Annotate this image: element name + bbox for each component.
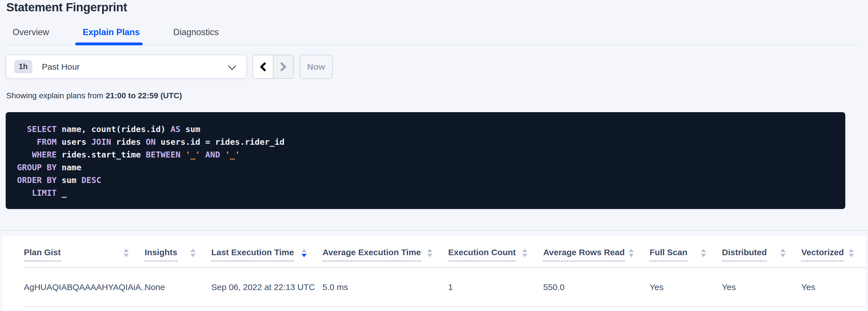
column-header-full-scan[interactable]: Full Scan xyxy=(650,247,722,262)
table-row[interactable]: AgHUAQIABQAAAAHYAQIAiA...NoneSep 06, 202… xyxy=(24,268,866,307)
chevron-left-icon xyxy=(260,62,270,72)
now-button[interactable]: Now xyxy=(300,55,333,79)
summary-range: 21:00 to 22:59 (UTC) xyxy=(105,91,182,100)
column-label: Plan Gist xyxy=(24,247,61,262)
time-pager xyxy=(252,55,294,79)
chevron-down-icon xyxy=(228,62,236,70)
column-label: Insights xyxy=(145,247,177,262)
sort-arrows-icon[interactable] xyxy=(701,249,706,257)
tab-explain-plans[interactable]: Explain Plans xyxy=(83,27,140,45)
plans-table-card: Plan GistInsightsLast Execution TimeAver… xyxy=(2,236,866,311)
column-label: Vectorized xyxy=(801,247,844,262)
table-header-row: Plan GistInsightsLast Execution TimeAver… xyxy=(24,236,866,268)
sql-line: SELECT name, count(rides.id) AS sum xyxy=(17,123,845,136)
sort-arrows-icon[interactable] xyxy=(628,249,634,257)
sort-arrows-icon[interactable] xyxy=(780,249,785,257)
column-header-average-execution-time[interactable]: Average Execution Time xyxy=(322,247,448,262)
column-label: Execution Count xyxy=(448,247,516,262)
sort-arrows-icon[interactable] xyxy=(302,249,307,257)
time-range-badge: 1h xyxy=(14,60,32,73)
sql-line: ORDER BY sum DESC xyxy=(17,174,845,187)
cell-plan-gist[interactable]: AgHUAQIABQAAAAHYAQIAiA... xyxy=(24,282,145,292)
summary-text: Showing explain plans from21:00 to 22:59… xyxy=(6,91,182,100)
cell-distributed: Yes xyxy=(722,282,801,292)
sort-arrows-icon[interactable] xyxy=(124,249,129,257)
summary-prefix: Showing explain plans from xyxy=(6,91,103,100)
column-header-vectorized[interactable]: Vectorized xyxy=(801,247,865,262)
time-range-dropdown[interactable]: 1h Past Hour xyxy=(6,55,247,79)
sql-statement-box: SELECT name, count(rides.id) AS sum FROM… xyxy=(6,112,845,209)
sql-statement: SELECT name, count(rides.id) AS sum FROM… xyxy=(17,123,845,199)
sql-line: GROUP BY name xyxy=(17,161,845,174)
column-label: Average Rows Read xyxy=(543,247,625,262)
tabs: OverviewExplain PlansDiagnostics xyxy=(12,27,252,45)
time-next-button[interactable] xyxy=(274,55,293,78)
time-range-label: Past Hour xyxy=(42,62,80,72)
sort-arrows-icon[interactable] xyxy=(190,249,195,257)
cell-insights: None xyxy=(145,282,211,292)
cell-average-execution-time: 5.0 ms xyxy=(322,282,448,292)
column-header-last-execution-time[interactable]: Last Execution Time xyxy=(211,247,322,262)
chevron-right-icon xyxy=(277,62,286,72)
section-divider xyxy=(0,230,868,231)
column-header-insights[interactable]: Insights xyxy=(145,247,211,262)
sort-arrows-icon[interactable] xyxy=(427,249,432,257)
cell-vectorized: Yes xyxy=(801,282,865,292)
column-header-distributed[interactable]: Distributed xyxy=(722,247,801,262)
column-header-execution-count[interactable]: Execution Count xyxy=(448,247,543,262)
column-label: Distributed xyxy=(722,247,767,262)
sql-line: WHERE rides.start_time BETWEEN '_' AND '… xyxy=(17,148,845,161)
cell-execution-count: 1 xyxy=(448,282,543,292)
sql-line: FROM users JOIN rides ON users.id = ride… xyxy=(17,136,845,148)
column-label: Last Execution Time xyxy=(211,247,294,262)
column-label: Average Execution Time xyxy=(322,247,421,262)
column-label: Full Scan xyxy=(650,247,687,262)
tabs-bar: OverviewExplain PlansDiagnostics xyxy=(6,0,860,45)
tab-overview[interactable]: Overview xyxy=(12,27,49,45)
column-header-plan-gist[interactable]: Plan Gist xyxy=(24,247,145,262)
column-header-average-rows-read[interactable]: Average Rows Read xyxy=(543,247,650,262)
time-prev-button[interactable] xyxy=(253,55,274,78)
sort-arrows-icon[interactable] xyxy=(849,249,854,257)
cell-full-scan: Yes xyxy=(650,282,722,292)
sort-arrows-icon[interactable] xyxy=(522,249,527,257)
tab-diagnostics[interactable]: Diagnostics xyxy=(173,27,219,45)
table-body: AgHUAQIABQAAAAHYAQIAiA...NoneSep 06, 202… xyxy=(24,268,866,307)
cell-last-execution-time: Sep 06, 2022 at 22:13 UTC xyxy=(211,282,322,292)
sql-line: LIMIT _ xyxy=(17,187,845,199)
cell-average-rows-read: 550.0 xyxy=(543,282,650,292)
time-controls: 1h Past Hour Now xyxy=(6,55,333,79)
